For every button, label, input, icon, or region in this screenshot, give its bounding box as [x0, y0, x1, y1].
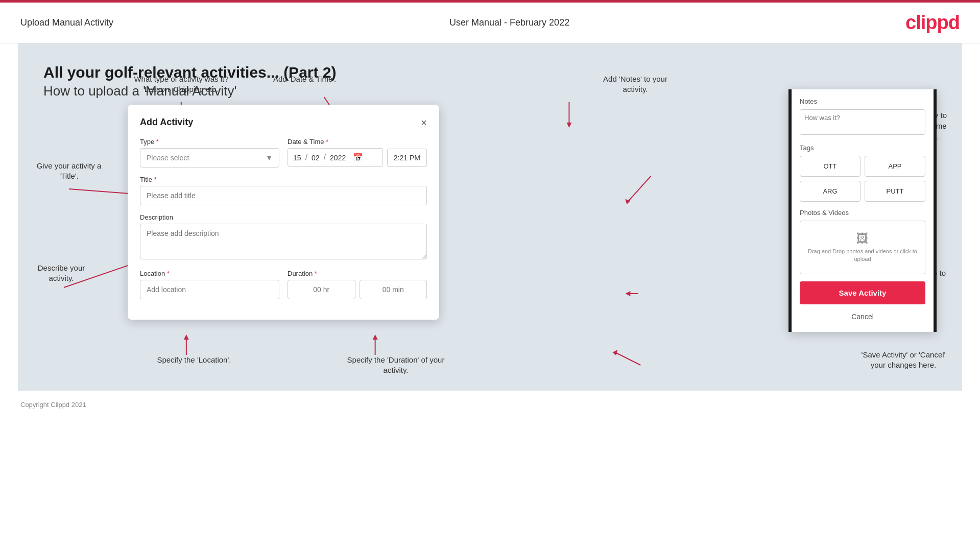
page-title: Upload Manual Activity	[20, 17, 113, 28]
tag-putt[interactable]: PUTT	[865, 181, 925, 202]
form-group-datetime: Date & Time * 15 / 02 / 2022 📅 2:21 PM	[288, 138, 427, 167]
annotation-date-time: Add 'Date & Time'.	[273, 74, 336, 84]
location-input[interactable]	[140, 280, 279, 299]
phone-panel: Notes Tags OTT APP ARG PUTT Photos & Vid…	[788, 89, 937, 332]
date-input[interactable]: 15 / 02 / 2022 📅	[288, 148, 383, 167]
form-row-location-duration: Location * Duration *	[140, 270, 427, 299]
photos-drop-text: Drag and Drop photos and videos or click…	[805, 248, 920, 263]
title-label: Title *	[140, 176, 427, 183]
description-label: Description	[140, 213, 427, 221]
title-input[interactable]	[140, 186, 427, 205]
modal-header: Add Activity ×	[140, 117, 427, 128]
form-group-location: Location *	[140, 270, 279, 299]
type-label: Type *	[140, 138, 279, 146]
duration-label: Duration *	[288, 270, 427, 277]
form-group-title: Title *	[140, 176, 427, 205]
tag-ott[interactable]: OTT	[800, 156, 861, 177]
date-month: 02	[312, 154, 320, 162]
date-year: 2022	[330, 154, 346, 162]
main-content: All your golf-relevant activities... (Pa…	[18, 43, 962, 391]
duration-hr-input[interactable]	[288, 280, 355, 299]
photo-icon: 🖼	[805, 231, 920, 246]
phone-content: Notes Tags OTT APP ARG PUTT Photos & Vid…	[792, 89, 934, 332]
annotation-location: Specify the 'Location'.	[153, 355, 235, 365]
notes-label: Notes	[800, 98, 925, 105]
modal-close-button[interactable]: ×	[421, 117, 427, 128]
manual-title: User Manual - February 2022	[449, 17, 569, 28]
logo: clippd	[905, 12, 960, 34]
form-row-title: Title *	[140, 176, 427, 205]
annotation-what-type: What type of activity was it? Lesson, Ch…	[130, 74, 232, 94]
notes-input[interactable]	[800, 109, 925, 135]
chevron-down-icon: ▼	[266, 154, 273, 162]
calendar-icon: 📅	[353, 153, 363, 162]
form-row-type-datetime: Type * Please select ▼ Date & Time * 15 …	[140, 138, 427, 167]
type-placeholder: Please select	[147, 154, 189, 162]
annotation-duration: Specify the 'Duration' of your activity.	[345, 355, 447, 375]
add-activity-modal: Add Activity × Type * Please select ▼ Da…	[128, 105, 439, 320]
photos-drop-zone[interactable]: 🖼 Drag and Drop photos and videos or cli…	[800, 221, 925, 274]
svg-line-2	[69, 189, 135, 194]
time-input[interactable]: 2:21 PM	[387, 149, 427, 167]
form-group-duration: Duration *	[288, 270, 427, 299]
photos-label: Photos & Videos	[800, 209, 925, 217]
description-input[interactable]	[140, 224, 427, 259]
svg-line-9	[615, 352, 640, 365]
location-label: Location *	[140, 270, 279, 277]
annotation-save: 'Save Activity' or 'Cancel' your changes…	[855, 350, 952, 370]
type-select[interactable]: Please select ▼	[140, 148, 279, 167]
modal-title: Add Activity	[140, 117, 193, 128]
save-activity-button[interactable]: Save Activity	[800, 281, 925, 304]
header: Upload Manual Activity User Manual - Feb…	[0, 3, 980, 43]
duration-inputs	[288, 280, 427, 299]
datetime-label: Date & Time *	[288, 138, 427, 146]
tag-app[interactable]: APP	[865, 156, 925, 177]
form-group-type: Type * Please select ▼	[140, 138, 279, 167]
tag-arg[interactable]: ARG	[800, 181, 861, 202]
tags-grid: OTT APP ARG PUTT	[800, 156, 925, 202]
cancel-button[interactable]: Cancel	[800, 309, 925, 324]
date-day: 15	[293, 154, 301, 162]
tags-label: Tags	[800, 144, 925, 152]
svg-line-7	[628, 176, 651, 202]
annotation-describe: Describe your activity.	[28, 263, 94, 283]
annotation-give-title: Give your activity a 'Title'.	[33, 161, 105, 181]
form-row-description: Description	[140, 213, 427, 261]
footer: Copyright Clippd 2021	[0, 396, 980, 414]
copyright: Copyright Clippd 2021	[20, 401, 86, 409]
annotation-notes: Add 'Notes' to your activity.	[594, 74, 676, 94]
duration-min-input[interactable]	[360, 280, 427, 299]
form-group-description: Description	[140, 213, 427, 261]
